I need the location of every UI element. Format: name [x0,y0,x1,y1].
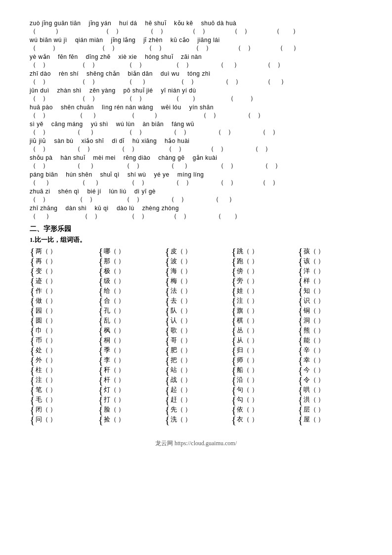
pinyin-row-10: páng biān hún shēn shuǐ qì shí wù yé ye … [30,171,362,187]
char-row-11: {外（ ）{李（ ）{把（ ）{师（ ）{幸（ ） [30,355,362,365]
char-cell: {认（ ） [163,316,229,325]
word-54: hún shēn [66,171,92,178]
char-cell: {波（ ） [163,256,229,266]
pinyin-row-2: wú biān wú jì qián miàn jǐng lǎng jǐ zhè… [30,37,362,52]
char-cell: {洞（ ） [296,316,362,325]
word-29: yī nián yí dù [161,87,196,94]
char-row-12: {柱（ ）{秆（ ）{站（ ）{船（ ）{今（ ） [30,365,362,375]
char-cell: {哄（ ） [296,385,362,395]
char-cell: {毛（ ） [30,395,96,405]
word-2: jǐng yán [88,20,111,27]
char-cell: {歌（ ） [163,325,229,335]
char-cell: {归（ ） [229,345,296,355]
char-cell: {识（ ） [296,296,362,306]
char-cell: {队（ ） [163,306,229,316]
char-cell: {给（ ） [96,286,163,296]
word-42: sàn bù [54,138,74,144]
word-11: kū cǎo [171,37,190,44]
word-18: zāi nàn [181,53,202,60]
char-cell: {娃（ ） [229,286,296,296]
char-row-17: {问（ ）{捡（ ）{洗（ ）{衣（ ）{屋（ ） [30,415,362,424]
char-cell: {哥（ ） [163,335,229,345]
char-cell: {孩（ ） [296,246,362,256]
char-cell: {师（ ） [229,355,296,365]
char-row-14: {笔（ ）{灯（ ）{起（ ）{句（ ）{哄（ ） [30,385,362,395]
word-50: rēng diào [124,154,151,161]
char-cell: {样（ ） [296,276,362,286]
char-cell: {迹（ ） [30,276,96,286]
word-10: jǐ zhèn [143,37,163,44]
char-cell: {脸（ ） [96,405,163,415]
char-cell: {去（ ） [163,296,229,306]
word-1: zuò jǐng guān tiān [30,20,81,27]
pinyin-row-11: zhuā zi shén qì bié jí lún liú dì yī gè … [30,188,362,204]
word-13: yè wǎn [30,53,50,60]
char-cell: {熊（ ） [296,325,362,335]
char-row-1: {再（ ）{那（ ）{波（ ）{跑（ ）{该（ ） [30,256,362,266]
word-22: biǎn dān [128,70,152,77]
char-cell: {季（ ） [96,345,163,355]
char-cell: {幸（ ） [296,355,362,365]
page-container: zuò jǐng guān tiān jǐng yán huí dá hē sh… [30,20,362,448]
word-65: dàn shì [66,205,87,212]
word-33: wēi lóu [161,104,181,111]
char-cell: {枫（ ） [96,325,163,335]
char-cell: {秆（ ） [96,365,163,375]
word-6: shuō dà huà [201,20,237,27]
word-39: àn biān [142,121,164,128]
word-24: tóng zhì [187,70,211,77]
pinyin-row-12: zhī zhāng dàn shì kū qì dào lù zhèng zhò… [30,205,362,221]
pinyin-row-5: jūn duì zhàn shì zěn yàng pō shuǐ jié yī… [30,87,362,103]
char-cell: {令（ ） [296,375,362,385]
char-cell: {棋（ ） [229,316,296,325]
char-cell: {巾（ ） [30,325,96,335]
char-cell: {丛（ ） [229,325,296,335]
char-row-3: {迹（ ）{级（ ）{梅（ ）{旁（ ）{样（ ） [30,276,362,286]
char-cell: {该（ ） [296,256,362,266]
word-23: duì wu [161,70,179,77]
char-cell: {桐（ ） [96,335,163,345]
pinyin-row-1: zuò jǐng guān tiān jǐng yán huí dá hē sh… [30,20,362,36]
char-cell: {衣（ ） [229,415,296,424]
word-57: yé ye [154,171,170,178]
char-cell: {肥（ ） [163,345,229,355]
word-45: hù xiāng [132,138,157,144]
char-row-2: {变（ ）{极（ ）{海（ ）{傍（ ）{洋（ ） [30,266,362,276]
word-35: sì yě [30,121,44,128]
char-cell: {从（ ） [229,335,296,345]
char-cell: {做（ ） [30,296,96,306]
word-31: shēn chuān [61,104,94,111]
pinyin-row-8: jiǔ jiǔ sàn bù xiǎo shī dì dǐ hù xiāng h… [30,138,362,153]
char-cell: {依（ ） [229,405,296,415]
char-cell: {哪（ ） [96,246,163,256]
char-cell: {战（ ） [163,375,229,385]
char-row-0: {两（ ）{哪（ ）{皮（ ）{跳（ ）{孩（ ） [30,246,362,256]
char-cell: {勾（ ） [229,395,296,405]
word-49: mèi mei [93,154,116,161]
pinyin-row-6: huā pào shēn chuān lìng rén nán wàng wēi… [30,104,362,120]
char-cell: {极（ ） [96,266,163,276]
word-38: wú lùn [116,121,135,128]
word-34: yín shān [189,104,214,111]
char-cell: {洋（ ） [296,266,362,276]
word-26: zhàn shì [57,87,82,94]
word-40: fáng wū [172,121,194,128]
word-15: dīng zhē [86,53,111,60]
char-pairs-table: {两（ ）{哪（ ）{皮（ ）{跳（ ）{孩（ ）{再（ ）{那（ ）{波（ ）… [30,246,362,424]
section2: 二、字形乐园 1.比一比，组词语。 {两（ ）{哪（ ）{皮（ ）{跳（ ）{孩… [30,225,362,424]
char-cell: {乱（ ） [96,316,163,325]
char-cell: {合（ ） [96,296,163,306]
char-cell: {船（ ） [229,365,296,375]
word-36: cāng máng [51,121,83,128]
char-cell: {旁（ ） [229,276,296,286]
word-9: jǐng lǎng [111,37,135,44]
word-61: bié jí [87,188,101,195]
word-41: jiǔ jiǔ [30,138,46,144]
word-46: hǎo huài [165,138,189,144]
char-cell: {辛（ ） [296,345,362,355]
word-63: dì yī gè [134,188,156,195]
char-cell: {柱（ ） [30,365,96,375]
word-30: huā pào [30,104,53,111]
word-4: hē shuǐ [145,20,166,27]
char-row-7: {圆（ ）{乱（ ）{认（ ）{棋（ ）{洞（ ） [30,316,362,325]
